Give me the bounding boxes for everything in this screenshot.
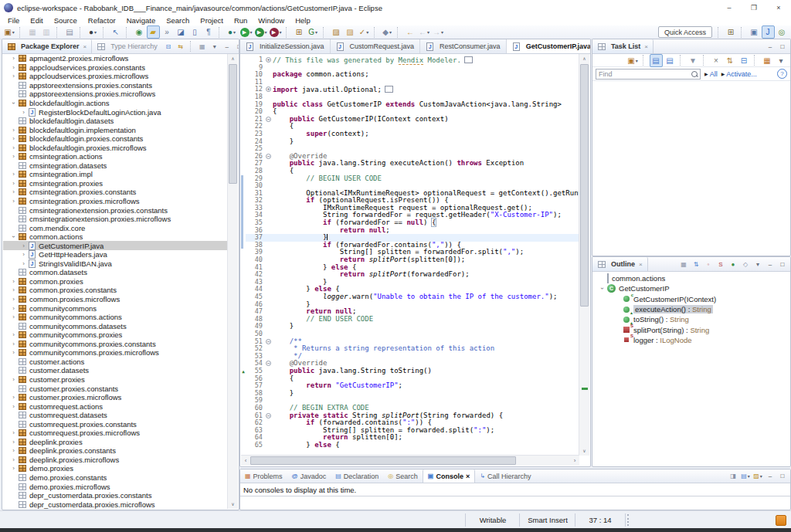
tree-item[interactable]: ›communitycommons.proxies [3,330,228,340]
coverage-button[interactable]: ▶▾ [254,25,268,39]
tab-console[interactable]: ▣Console× [423,469,475,483]
tree-item[interactable]: ›cmsintegration.actions [3,152,228,161]
window-minimize-button[interactable]: – [717,0,742,15]
show-whitespace-button[interactable]: ¶ [202,25,216,39]
expand-arrow-icon[interactable]: › [9,153,18,160]
focus-button[interactable]: ▦ [678,259,690,270]
help-icon[interactable]: ? [777,69,787,79]
tree-item[interactable]: ›JGetCustomerIP.java [3,241,228,250]
code-line[interactable]: 11 [241,79,579,86]
window-close-button[interactable]: × [766,0,791,15]
view-menu-button[interactable]: ▾ [752,259,764,270]
tree-item[interactable]: ›cmsintegration.proxies [3,179,228,188]
tree-item[interactable]: ›customrequest.proxies.microflows [3,429,228,438]
package-explorer-scrollbar[interactable]: ∧ ∨ [227,54,238,509]
tree-item[interactable]: ›communitycommons [3,303,228,313]
new-wizard-button[interactable]: ▣▾ [3,25,16,39]
expand-arrow-icon[interactable]: › [9,349,18,356]
outline-item[interactable]: ▲toString() : String [593,314,789,324]
expand-arrow-icon[interactable]: › [9,64,18,71]
tree-item[interactable]: ›cmsintegration.proxies.microflows [3,197,228,206]
collapse-all-button[interactable]: ⊟ [162,41,174,53]
maximize-button[interactable]: □ [777,41,789,53]
open-console-button[interactable]: ▨▾ [752,470,764,482]
tree-item[interactable]: blockdefaultlogin.datasets [3,117,228,126]
tab-outline[interactable]: Outline × [592,257,648,271]
back-button[interactable]: ←▾ [418,25,431,39]
view-menu-button[interactable]: ▾ [209,41,220,53]
tree-item[interactable]: customer.proxies.constants [3,384,228,393]
editor-tab[interactable]: JInitializeSession.java [240,39,331,53]
tab-call-hierarchy[interactable]: ↳Call Hierarchy [475,469,535,483]
code-line[interactable]: 19public class GetCustomerIP extends Cus… [241,101,579,109]
overview-annotation[interactable] [582,388,588,390]
outline-item[interactable]: SsplitPort(String) : String [593,324,789,334]
menu-window[interactable]: Window [253,16,290,25]
tree-item[interactable]: communitycommons.datasets [3,321,228,330]
code-line[interactable]: 12+import java.util.Optional; [241,86,579,93]
expand-arrow-icon[interactable]: › [10,232,17,241]
tree-item[interactable]: cmsintegrationextension.proxies.microflo… [3,215,228,224]
tree-item[interactable]: ›JGetHttpHeaders.java [3,250,228,259]
code-line[interactable]: 29 // BEGIN USER CODE [241,175,579,183]
tree-item[interactable]: ›blockdefaultlogin.implementation [3,125,228,134]
tree-item[interactable]: ›blockdefaultlogin.proxies.constants [3,134,228,144]
pin-console-button[interactable]: ◨ [728,470,739,482]
tree-item[interactable]: ›JRegisterBlockDefaultLoginAction.java [3,107,228,117]
code-line[interactable]: 49 } [241,323,579,330]
expand-arrow-icon[interactable]: › [19,242,28,249]
tab-type-hierarchy[interactable]: Type Hierarchy [92,39,162,53]
expand-arrow-icon[interactable]: › [10,99,17,107]
expand-arrow-icon[interactable]: › [9,127,18,134]
tree-item[interactable]: ›appcloudservices.proxies.constants [3,63,228,73]
categorized-presentation-button[interactable]: ▤ [650,54,663,67]
find-input[interactable]: Find [596,69,701,80]
expand-arrow-icon[interactable]: › [9,447,18,454]
collapsed-region-icon[interactable] [385,86,393,93]
filter-button[interactable]: ▼ [687,54,700,67]
tree-item[interactable]: customer.datasets [3,366,228,375]
expand-arrow-icon[interactable]: › [9,465,18,472]
collapsed-region-icon[interactable] [464,56,473,63]
outline-item[interactable]: cGetCustomerIP(IContext) [593,294,789,304]
expand-arrow-icon[interactable]: › [9,278,18,285]
tree-item[interactable]: appstoreextensions.proxies.constants [3,81,228,90]
menu-source[interactable]: Source [49,16,83,25]
scrollbar-thumb[interactable] [229,64,237,184]
expand-arrow-icon[interactable]: › [599,284,606,293]
tree-item[interactable]: ›deeplink.proxies.constants [3,446,228,456]
tree-item[interactable]: common.datasets [3,268,228,277]
menu-project[interactable]: Project [195,16,229,25]
filter-all-link[interactable]: ▶All [704,70,718,78]
tree-item[interactable]: ›customrequest.actions [3,402,228,411]
code-line[interactable]: 65 } else { [241,442,579,449]
tree-item[interactable]: ›communitycommons.proxies.microflows [3,348,228,357]
tree-item[interactable]: ›communitycommons.proxies.constants [3,340,228,349]
expand-arrow-icon[interactable]: › [9,198,18,205]
print-button[interactable]: ▤ [63,25,76,39]
synchronize-button[interactable]: ⇅ [724,54,737,67]
scroll-down-icon[interactable]: ∨ [579,446,589,456]
menu-edit[interactable]: Edit [25,16,48,25]
close-icon[interactable]: × [466,473,470,480]
tab-problems[interactable]: ▦Problems [240,469,287,483]
fold-marker-icon[interactable]: − [265,116,273,124]
profile-button[interactable]: ▶▾ [269,25,283,39]
tree-item[interactable]: ›common.proxies.constants [3,286,228,295]
generate-button[interactable]: G▾ [307,25,320,39]
expand-arrow-icon[interactable]: › [9,313,18,320]
outline-item[interactable]: Slogger : ILogNode [593,335,789,345]
new-java-project-button[interactable]: ⊞ [293,25,306,39]
last-edit-location-button[interactable]: ← [404,25,417,39]
expand-arrow-icon[interactable]: › [9,55,18,62]
scroll-up-icon[interactable]: ∧ [228,54,238,63]
minimize-button[interactable]: – [221,41,233,53]
fold-marker-icon[interactable]: − [265,412,273,420]
expand-arrow-icon[interactable]: › [19,251,28,258]
expand-arrow-icon[interactable]: › [9,180,18,187]
code-line[interactable]: 1+// This file was generated by Mendix M… [241,56,579,64]
attached-javadoc-button[interactable]: ▯ [188,25,202,39]
close-icon[interactable]: × [644,43,648,50]
run-button[interactable]: ▶▾ [239,25,253,39]
tab-package-explorer[interactable]: Package Explorer × [2,39,92,53]
